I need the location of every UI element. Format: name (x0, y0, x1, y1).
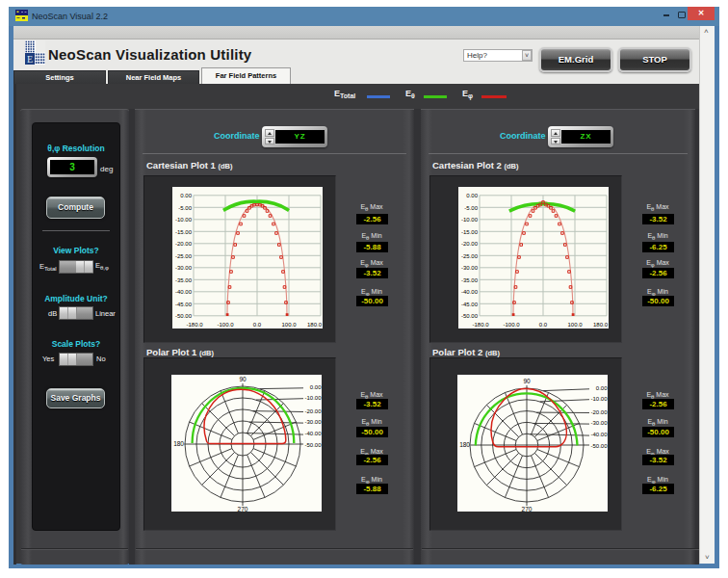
svg-text:90: 90 (523, 378, 531, 384)
svg-text:-180.0: -180.0 (186, 322, 203, 328)
svg-text:-25.00: -25.00 (175, 253, 193, 259)
svg-text:270: 270 (238, 506, 248, 512)
svg-text:-35.00: -35.00 (461, 277, 479, 283)
svg-text:-50.00: -50.00 (590, 443, 608, 449)
svg-text:-20.00: -20.00 (175, 241, 193, 247)
svg-text:180: 180 (459, 441, 470, 448)
svg-text:-180.0: -180.0 (472, 322, 489, 328)
svg-text:-30.00: -30.00 (175, 265, 193, 271)
svg-text:-45.00: -45.00 (461, 302, 479, 307)
svg-text:-40.00: -40.00 (175, 289, 193, 295)
svg-text:-20.00: -20.00 (461, 241, 479, 247)
svg-text:0.00: 0.00 (310, 384, 322, 390)
svg-text:0.00: 0.00 (180, 193, 192, 198)
svg-text:-30.00: -30.00 (461, 265, 479, 271)
svg-text:-40.00: -40.00 (304, 431, 322, 436)
svg-text:180: 180 (173, 440, 184, 447)
svg-text:E: E (27, 54, 33, 65)
svg-text:-50.00: -50.00 (304, 442, 322, 448)
svg-text:-40.00: -40.00 (590, 432, 608, 437)
svg-text:100.0: 100.0 (281, 322, 297, 328)
svg-text:-15.00: -15.00 (461, 229, 479, 235)
svg-text:180.0: 180.0 (593, 322, 609, 328)
svg-text:-45.00: -45.00 (175, 302, 193, 307)
svg-text:0.00: 0.00 (596, 385, 608, 391)
svg-text:-10.00: -10.00 (304, 395, 322, 401)
svg-text:-5.00: -5.00 (464, 205, 478, 211)
svg-text:-20.00: -20.00 (590, 409, 608, 415)
svg-text:0.0: 0.0 (539, 322, 548, 328)
svg-text:-15.00: -15.00 (175, 229, 193, 235)
svg-text:-50.00: -50.00 (175, 313, 193, 319)
svg-text:90: 90 (239, 376, 247, 382)
svg-text:-10.00: -10.00 (461, 217, 479, 223)
svg-text:180.0: 180.0 (307, 322, 323, 328)
svg-text:-30.00: -30.00 (304, 419, 322, 425)
svg-text:-40.00: -40.00 (461, 289, 479, 295)
svg-text:-100.0: -100.0 (503, 322, 520, 328)
svg-text:-10.00: -10.00 (590, 396, 608, 402)
svg-text:-35.00: -35.00 (175, 277, 193, 283)
svg-text:100.0: 100.0 (567, 322, 583, 328)
svg-text:-5.00: -5.00 (178, 205, 192, 211)
svg-text:-25.00: -25.00 (461, 253, 479, 259)
svg-text:-20.00: -20.00 (304, 408, 322, 414)
svg-text:-50.00: -50.00 (461, 313, 479, 319)
svg-text:0.0: 0.0 (253, 322, 262, 328)
svg-text:-30.00: -30.00 (590, 420, 608, 426)
svg-text:270: 270 (522, 506, 533, 512)
svg-text:-10.00: -10.00 (175, 217, 193, 223)
svg-text:0.00: 0.00 (466, 193, 478, 198)
svg-text:-100.0: -100.0 (217, 322, 234, 328)
